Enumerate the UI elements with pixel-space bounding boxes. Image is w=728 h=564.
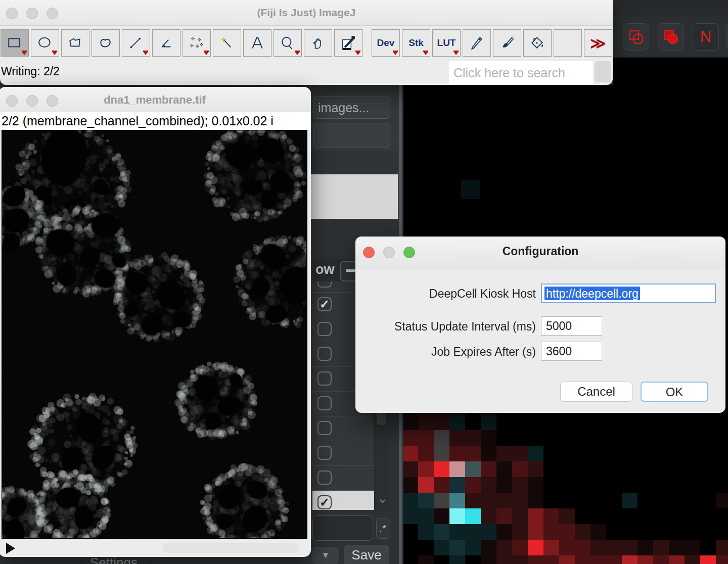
image-subtitle-bar: 2/2 (membrane_channel_combined); 0.01x0.… — [0, 112, 311, 130]
play-button[interactable] — [6, 543, 15, 554]
oval-icon — [37, 36, 53, 50]
search-side-box[interactable] — [595, 61, 611, 82]
checkbox-icon[interactable] — [317, 281, 332, 288]
list-row[interactable] — [312, 416, 374, 441]
polygon-tool[interactable] — [61, 29, 89, 57]
filter-text-field[interactable] — [312, 515, 373, 541]
zoomed-pixel-image[interactable] — [403, 413, 728, 564]
interval-field-label: Status Update Interval (ms) — [354, 320, 536, 334]
scrollbar-thumb[interactable] — [377, 412, 386, 425]
pencil-tool[interactable] — [463, 29, 491, 57]
interval-field[interactable]: 5000 — [541, 316, 602, 336]
stk-tool[interactable]: Stk — [402, 29, 430, 57]
stk-dropdown-icon — [423, 52, 428, 55]
fiji-titlebar[interactable]: (Fiji Is Just) ImageJ — [0, 0, 613, 26]
point-tool[interactable] — [183, 29, 211, 57]
image-window: dna1_membrane.tif 2/2 (membrane_channel_… — [0, 87, 311, 557]
dropdown-arrow-icon: ▼ — [322, 550, 330, 560]
fiji-window-title: (Fiji Is Just) ImageJ — [0, 7, 613, 19]
color-picker-tool[interactable] — [334, 29, 362, 57]
spare-tool-slot[interactable] — [554, 29, 582, 57]
line-tool[interactable] — [122, 29, 150, 57]
checkbox-icon[interactable] — [317, 322, 332, 336]
expires-field-value: 3600 — [546, 345, 572, 358]
paintbrush-tool[interactable] — [493, 29, 521, 57]
shapes-filled-icon — [662, 28, 679, 45]
panel-button-2[interactable] — [313, 123, 390, 148]
text-tool[interactable] — [243, 29, 271, 57]
minus-icon — [346, 269, 355, 272]
search-placeholder: Click here to search — [453, 66, 565, 80]
dialog-title: Configuration — [355, 245, 725, 258]
list-row[interactable] — [312, 441, 374, 466]
image-subtitle: 2/2 (membrane_channel_combined); 0.01x0.… — [2, 114, 274, 128]
oval-tool[interactable] — [31, 29, 59, 57]
host-field[interactable]: http://deepcell.org — [541, 284, 716, 303]
scroll-down-chevron[interactable]: ⌄ — [377, 490, 388, 506]
shapes-outline-button[interactable] — [623, 23, 649, 51]
wand-icon — [219, 36, 235, 50]
flood-fill-tool[interactable] — [523, 29, 552, 57]
more-tools-button[interactable]: ≫ — [584, 29, 612, 57]
image-window-title: dna1_membrane.tif — [0, 93, 311, 107]
checkbox-icon[interactable] — [317, 446, 332, 460]
clipped-button[interactable] — [726, 23, 728, 51]
search-field[interactable]: Click here to search — [449, 61, 593, 85]
line-tool-dropdown-icon — [143, 52, 148, 55]
zoom-tool[interactable] — [274, 29, 302, 57]
checkbox-icon[interactable] — [317, 347, 332, 361]
right-annotation-toolbar: N — [613, 0, 728, 58]
checkbox-icon[interactable] — [317, 371, 332, 386]
checkbox-checked-icon[interactable]: ✓ — [317, 297, 332, 311]
shapes-filled-button[interactable] — [658, 23, 684, 51]
rectangle-tool[interactable] — [1, 29, 29, 57]
list-row[interactable] — [312, 466, 374, 491]
cancel-button[interactable]: Cancel — [560, 382, 632, 402]
picker-tool-dropdown-icon — [355, 52, 360, 55]
n-tool-label: N — [700, 28, 711, 46]
ok-button-label: OK — [666, 385, 684, 399]
checkbox-icon[interactable] — [317, 396, 332, 410]
freehand-tool[interactable] — [92, 29, 120, 57]
regex-button[interactable]: .* — [376, 519, 390, 539]
interval-field-value: 5000 — [546, 319, 572, 333]
image-frame — [2, 130, 307, 539]
oval-tool-dropdown-icon — [52, 52, 57, 55]
lut-tool-label: LUT — [437, 37, 456, 49]
images-button[interactable]: images... — [313, 97, 390, 119]
angle-tool[interactable] — [152, 29, 180, 57]
dialog-titlebar[interactable]: Configuration — [355, 237, 725, 268]
expires-field[interactable]: 3600 — [541, 342, 602, 361]
expand-dropdown-button[interactable]: ▼ — [312, 547, 339, 564]
rectangle-icon — [7, 36, 22, 50]
host-field-value: http://deepcell.org — [544, 287, 640, 300]
more-tools-icon: ≫ — [590, 34, 606, 52]
checkbox-checked-icon[interactable]: ✓ — [317, 495, 332, 509]
wand-tool[interactable] — [213, 29, 241, 57]
hand-tool[interactable] — [304, 29, 332, 57]
checkbox-icon[interactable] — [317, 421, 332, 435]
line-icon — [128, 36, 144, 50]
frame-scrollbar[interactable] — [163, 543, 299, 553]
list-row[interactable]: ✓ — [312, 491, 374, 510]
image-window-titlebar[interactable]: dna1_membrane.tif — [0, 87, 311, 113]
paintbrush-icon — [499, 35, 515, 51]
checkbox-icon[interactable] — [317, 471, 332, 485]
bottom-tab-bar: Settings — [0, 557, 311, 564]
expires-field-label: Job Expires After (s) — [354, 345, 536, 359]
save-button[interactable]: Save — [344, 545, 389, 564]
light-panel-fragment — [311, 174, 398, 219]
microscopy-image[interactable] — [2, 130, 306, 538]
right-toolbar-top-strip — [613, 0, 728, 15]
magnifier-icon — [280, 36, 295, 50]
hand-icon — [310, 35, 326, 51]
stk-tool-label: Stk — [408, 37, 424, 49]
n-tool-button[interactable]: N — [693, 23, 719, 51]
cancel-button-label: Cancel — [577, 385, 615, 398]
ok-button[interactable]: OK — [641, 382, 708, 402]
lut-tool[interactable]: LUT — [432, 29, 461, 57]
images-button-label: images... — [318, 101, 369, 115]
angle-icon — [159, 36, 174, 50]
zoom-tool-dropdown-icon — [295, 52, 300, 55]
dev-tool[interactable]: Dev — [372, 29, 400, 57]
